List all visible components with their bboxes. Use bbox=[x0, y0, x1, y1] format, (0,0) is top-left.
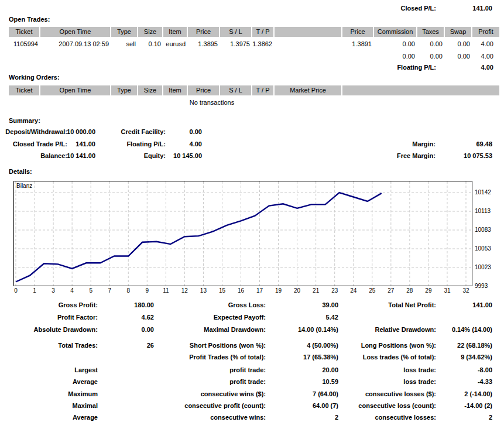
stat-label: Long Positions (won %): bbox=[361, 342, 436, 349]
working-orders-header-cell-4: Item bbox=[163, 85, 188, 95]
stat-value: 2 (-14.00) bbox=[464, 390, 492, 397]
summary-value: 10 000.00 bbox=[67, 128, 95, 135]
open-trades-header-cell-4: Item bbox=[163, 27, 188, 37]
summary-value: 10 141.00 bbox=[67, 152, 95, 159]
balance-chart: Bilanz bbox=[13, 181, 472, 286]
stat-label: Average bbox=[73, 378, 98, 385]
stat-value: 4 (50.00%) bbox=[307, 342, 338, 349]
open-trades-header-cell-7: T / P bbox=[252, 27, 275, 37]
working-orders-header-cell-5: Price bbox=[188, 85, 220, 95]
working-orders-header-cell-9 bbox=[342, 85, 499, 95]
stat-value: 2 bbox=[489, 414, 492, 421]
stat-value: 26 bbox=[147, 342, 154, 349]
x-axis-tick-label: 12 bbox=[175, 287, 194, 294]
x-axis-tick-label: 8 bbox=[119, 287, 138, 294]
open-trades-total-cell-0 bbox=[9, 53, 40, 60]
y-axis-tick-label: 10113 bbox=[475, 207, 491, 215]
open-trade-cell-10: 0.00 bbox=[374, 40, 417, 48]
working-orders-title: Working Orders: bbox=[9, 74, 60, 81]
stat-label: consecutive loss (count): bbox=[358, 402, 436, 409]
stat-label: Total Net Profit: bbox=[388, 301, 436, 308]
x-axis-tick-label: 15 bbox=[212, 287, 231, 294]
y-axis-tick-label: 10053 bbox=[475, 245, 491, 252]
open-trades-header-cell-13: Profit bbox=[472, 27, 499, 37]
stat-label: consecutive profit (count): bbox=[184, 402, 266, 409]
stat-label: Relative Drawdown: bbox=[375, 326, 436, 333]
x-axis-tick-label: 19 bbox=[269, 287, 288, 294]
open-trade-row: 11059942007.09.13 02:59sell0.10eurusd1.3… bbox=[9, 40, 499, 48]
x-axis-tick-label: 0 bbox=[6, 287, 25, 294]
open-trades-totals-row: 0.000.000.004.00 bbox=[9, 53, 499, 60]
stat-label: Profit Trades (% of total): bbox=[189, 354, 266, 361]
open-trades-total-cell-9 bbox=[342, 53, 374, 60]
open-trades-total-cell-10: 0.00 bbox=[374, 53, 417, 60]
open-trades-total-cell-5 bbox=[188, 53, 220, 60]
x-axis-tick-label: 21 bbox=[307, 287, 325, 294]
y-axis-tick-label: 10023 bbox=[475, 263, 491, 271]
floating-pl-value: 4.00 bbox=[481, 64, 493, 71]
open-trades-header-row: TicketOpen TimeTypeSizeItemPriceS / LT /… bbox=[9, 27, 499, 37]
stat-label: Total Trades: bbox=[58, 342, 98, 349]
stat-label: loss trade: bbox=[403, 378, 436, 385]
stat-value: 0.00 bbox=[142, 326, 154, 333]
stat-value: 180.00 bbox=[134, 301, 154, 308]
open-trades-total-cell-7 bbox=[252, 53, 275, 60]
summary-label: Margin: bbox=[412, 140, 436, 147]
stat-value: 141.00 bbox=[472, 301, 492, 308]
stat-label: Average bbox=[73, 414, 98, 421]
stat-value: 7 (64.00) bbox=[313, 390, 338, 397]
open-trade-cell-6: 1.3975 bbox=[220, 40, 252, 48]
summary-label: Free Margin: bbox=[397, 152, 436, 159]
open-trades-total-cell-13: 4.00 bbox=[472, 53, 499, 60]
summary-value: 69.48 bbox=[476, 140, 492, 147]
balance-line bbox=[16, 193, 382, 282]
x-axis-tick-label: 25 bbox=[363, 287, 382, 294]
open-trades-total-cell-12: 0.00 bbox=[445, 53, 472, 60]
stat-value: 20.00 bbox=[322, 366, 338, 373]
x-axis-tick-label: 31 bbox=[438, 287, 457, 294]
stat-value: 17 (65.38%) bbox=[303, 354, 338, 361]
summary-value: 4.00 bbox=[190, 140, 202, 147]
stat-value: 39.00 bbox=[322, 301, 338, 308]
open-trades-header-cell-10: Commission bbox=[374, 27, 417, 37]
working-orders-header-row: TicketOpen TimeTypeSizeItemPriceS / LT /… bbox=[9, 85, 499, 95]
floating-pl-label: Floating P/L: bbox=[397, 64, 436, 71]
summary-value: 10 145.00 bbox=[173, 152, 202, 159]
stat-value: 9 (34.62%) bbox=[461, 354, 492, 361]
working-orders-header-cell-0: Ticket bbox=[9, 85, 40, 95]
working-orders-header-cell-6: S / L bbox=[220, 85, 252, 95]
stat-label: Short Positions (won %): bbox=[190, 342, 266, 349]
stat-value: 2 bbox=[335, 414, 338, 421]
open-trade-cell-8 bbox=[275, 40, 342, 48]
open-trade-cell-13: 4.00 bbox=[472, 40, 499, 48]
open-trades-total-cell-6 bbox=[220, 53, 252, 60]
stat-value: 10.59 bbox=[322, 378, 338, 385]
x-axis-tick-label: 32 bbox=[457, 287, 475, 294]
open-trades-total-cell-4 bbox=[163, 53, 188, 60]
open-trades-header-cell-11: Taxes bbox=[417, 27, 445, 37]
open-trade-cell-4: eurusd bbox=[163, 40, 188, 48]
open-trade-cell-0: 1105994 bbox=[9, 40, 40, 48]
y-axis-tick-label: 10142 bbox=[475, 188, 491, 196]
y-axis-tick-label: 9993 bbox=[475, 282, 488, 290]
open-trades-header-cell-8 bbox=[275, 27, 342, 37]
x-axis-tick-label: 27 bbox=[382, 287, 400, 294]
x-axis-tick-label: 3 bbox=[44, 287, 63, 294]
x-axis-tick-label: 9 bbox=[138, 287, 156, 294]
x-axis-tick-label: 11 bbox=[156, 287, 175, 294]
stat-label: Maximum bbox=[68, 390, 98, 397]
open-trade-cell-2: sell bbox=[111, 40, 138, 48]
balance-chart-plot bbox=[14, 181, 472, 286]
open-trades-header-cell-0: Ticket bbox=[9, 27, 40, 37]
working-orders-header-cell-8: Market Price bbox=[275, 85, 342, 95]
summary-label: Deposit/Withdrawal: bbox=[5, 128, 67, 135]
stat-value: 0.14% (14.00) bbox=[452, 326, 492, 333]
details-title: Details: bbox=[9, 168, 32, 175]
closed-pl-label: Closed P/L: bbox=[400, 5, 436, 12]
open-trade-cell-1: 2007.09.13 02:59 bbox=[40, 40, 111, 48]
stat-label: Absolute Drawdown: bbox=[34, 326, 98, 333]
open-trades-title: Open Trades: bbox=[9, 16, 50, 23]
open-trade-cell-5: 1.3895 bbox=[188, 40, 220, 48]
summary-value: 10 075.53 bbox=[464, 152, 492, 159]
summary-value: 141.00 bbox=[76, 140, 95, 147]
